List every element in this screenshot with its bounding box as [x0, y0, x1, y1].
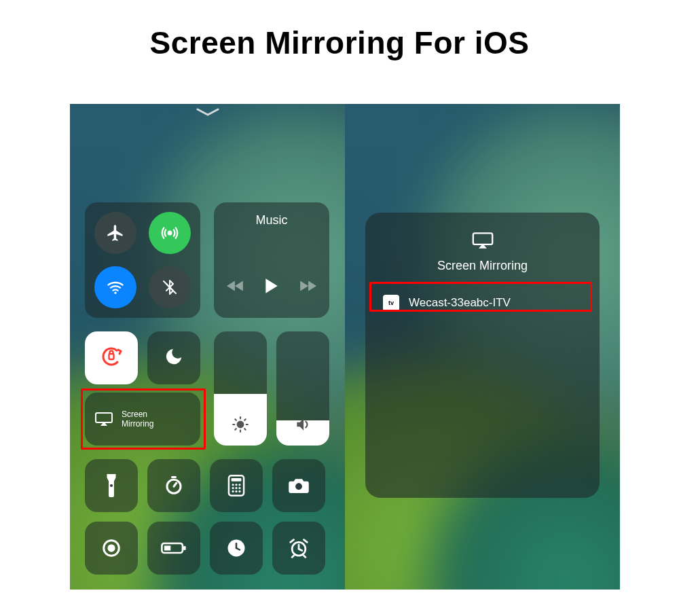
do-not-disturb-toggle[interactable]	[147, 331, 200, 384]
low-power-mode-button[interactable]	[147, 522, 200, 575]
connectivity-panel	[85, 202, 200, 318]
svg-rect-34	[183, 546, 186, 550]
low-power-icon	[160, 541, 187, 556]
svg-line-45	[304, 556, 305, 557]
svg-rect-5	[96, 413, 112, 422]
svg-rect-46	[473, 233, 492, 244]
phone-left-control-center: Music	[70, 104, 345, 590]
svg-rect-4	[109, 354, 114, 359]
cellular-icon	[160, 223, 179, 242]
clock-icon	[226, 538, 246, 558]
volume-slider[interactable]	[276, 331, 329, 446]
svg-line-41	[299, 549, 302, 550]
svg-rect-20	[232, 478, 242, 482]
alarm-icon	[288, 538, 310, 558]
airplay-device-label: Wecast-33eabc-ITV	[409, 296, 511, 310]
rewind-icon[interactable]	[227, 279, 244, 295]
svg-line-17	[174, 483, 177, 486]
svg-line-12	[244, 429, 246, 430]
svg-point-22	[235, 484, 237, 486]
screen-mirroring-text: Screen Mirroring	[122, 410, 153, 429]
calculator-button[interactable]	[210, 459, 263, 512]
music-title-label: Music	[214, 213, 329, 228]
svg-point-30	[295, 483, 302, 490]
play-icon[interactable]	[263, 277, 280, 297]
wifi-icon	[106, 278, 125, 297]
do-not-disturb-icon	[164, 346, 184, 369]
camera-icon	[288, 477, 310, 494]
svg-point-28	[235, 490, 237, 492]
screen-mirroring-popup: Screen Mirroring tv Wecast-33eabc-ITV	[365, 213, 600, 498]
appletv-device-icon: tv	[383, 295, 399, 311]
flashlight-button[interactable]	[85, 459, 138, 512]
screenshots-stage: Music	[70, 104, 620, 590]
music-panel[interactable]: Music	[214, 202, 329, 318]
forward-icon[interactable]	[299, 279, 316, 295]
svg-point-32	[107, 544, 115, 551]
wifi-toggle[interactable]	[94, 266, 136, 308]
svg-rect-35	[164, 545, 170, 550]
timer-button[interactable]	[147, 459, 200, 512]
rotation-lock-icon	[99, 344, 124, 372]
svg-point-1	[114, 292, 116, 294]
rotation-lock-toggle[interactable]	[85, 331, 138, 384]
phone-right-mirroring-popup: Screen Mirroring tv Wecast-33eabc-ITV	[345, 104, 620, 590]
airplane-icon	[106, 223, 125, 242]
clock-button[interactable]	[210, 522, 263, 575]
screen-mirroring-popup-title: Screen Mirroring	[437, 259, 528, 273]
screen-mirroring-button[interactable]: Screen Mirroring	[85, 393, 200, 446]
svg-point-25	[235, 487, 237, 489]
svg-line-13	[235, 429, 236, 430]
airplane-mode-toggle[interactable]	[94, 212, 136, 254]
bluetooth-icon	[162, 279, 178, 295]
svg-line-42	[291, 540, 294, 543]
brightness-slider[interactable]	[214, 331, 267, 446]
svg-line-43	[304, 540, 307, 543]
svg-point-3	[100, 345, 123, 368]
bluetooth-toggle[interactable]	[149, 266, 191, 308]
page-title: Screen Mirroring For iOS	[0, 0, 679, 81]
pull-handle-chevron-icon[interactable]	[196, 108, 219, 117]
screen-record-button[interactable]	[85, 522, 138, 575]
volume-icon	[294, 416, 312, 436]
screen-record-icon	[101, 538, 122, 558]
brightness-icon	[232, 416, 249, 436]
svg-point-29	[238, 490, 240, 492]
airplay-device-row[interactable]: tv Wecast-33eabc-ITV	[380, 291, 585, 315]
svg-point-0	[168, 232, 172, 235]
svg-point-21	[232, 484, 234, 486]
svg-point-6	[238, 422, 244, 428]
alarm-button[interactable]	[272, 522, 325, 575]
timer-icon	[164, 475, 184, 496]
svg-point-27	[232, 490, 234, 492]
svg-point-24	[232, 487, 234, 489]
svg-point-26	[238, 487, 240, 489]
camera-button[interactable]	[272, 459, 325, 512]
airplay-icon	[471, 232, 494, 252]
flashlight-icon	[103, 474, 120, 497]
cellular-data-toggle[interactable]	[149, 212, 191, 254]
svg-line-14	[244, 419, 246, 420]
airplay-icon	[94, 412, 113, 427]
svg-point-15	[110, 484, 113, 487]
calculator-icon	[227, 475, 245, 496]
svg-line-11	[235, 419, 236, 420]
svg-line-44	[292, 556, 293, 557]
svg-point-23	[238, 484, 240, 486]
